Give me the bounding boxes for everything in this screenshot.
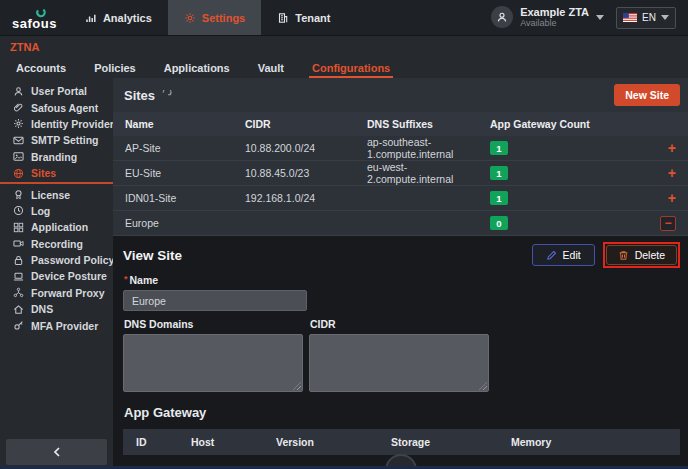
person-icon — [496, 11, 508, 23]
delete-button[interactable]: Delete — [606, 245, 677, 265]
cell-app-gateway-count: 1 — [490, 141, 640, 155]
column-header-cidr: CIDR — [245, 118, 367, 130]
bar-chart-icon — [85, 12, 97, 24]
view-site-actions: Edit Delete — [532, 242, 680, 268]
refresh-button[interactable] — [161, 90, 172, 101]
chevron-down-icon — [596, 15, 604, 20]
language-code: EN — [642, 12, 656, 23]
sidebar-item-mfa-provider[interactable]: MFA Provider — [0, 317, 113, 333]
app-gateway-table-header: ID Host Version Storage Memory — [123, 429, 680, 455]
nav-tenant[interactable]: Tenant — [261, 0, 346, 35]
sidebar-collapse-button[interactable] — [6, 439, 107, 465]
home-icon — [13, 304, 24, 315]
resize-grip-icon[interactable] — [293, 382, 301, 390]
expand-row-button[interactable]: + — [668, 165, 676, 181]
nav-analytics[interactable]: Analytics — [69, 0, 168, 35]
sidebar-item-recording[interactable]: Recording — [0, 236, 113, 252]
sidebar-item-branding[interactable]: Branding — [0, 149, 113, 165]
sidebar-item-license[interactable]: License — [0, 186, 113, 202]
resize-grip-icon[interactable] — [479, 382, 487, 390]
sidebar-item-sites[interactable]: Sites — [0, 165, 113, 181]
tab-vault-label: Vault — [258, 62, 284, 74]
sidebar-item-smtp-setting[interactable]: SMTP Setting — [0, 132, 113, 148]
tab-accounts[interactable]: Accounts — [2, 57, 80, 78]
nav-analytics-label: Analytics — [103, 12, 152, 24]
sidebar-item-application[interactable]: Application — [0, 219, 113, 235]
cell-cidr: 10.88.200.0/24 — [245, 142, 367, 154]
sidebar-item-label: User Portal — [31, 85, 87, 97]
sidebar-item-identity-providers[interactable]: Identity Providers — [0, 116, 113, 132]
sidebar-item-label: MFA Provider — [31, 320, 98, 332]
sidebar-item-label: DNS — [31, 303, 53, 315]
view-site-header: View Site Edit Delete — [123, 241, 680, 269]
refresh-icon — [161, 90, 172, 101]
image-icon — [13, 151, 24, 162]
trash-icon — [618, 250, 629, 261]
gear-icon — [184, 12, 196, 24]
required-marker: * — [124, 274, 128, 284]
edit-button[interactable]: Edit — [532, 244, 595, 266]
table-row-expanded: Europe 0 − — [113, 211, 688, 236]
sidebar-item-dns[interactable]: DNS — [0, 301, 113, 317]
sidebar-item-label: Password Policy — [31, 254, 114, 266]
sidebar: User Portal Safous Agent Identity Provid… — [0, 78, 113, 469]
tab-applications[interactable]: Applications — [150, 57, 244, 78]
sidebar-item-label: Branding — [31, 151, 77, 163]
dns-domains-textarea[interactable] — [123, 334, 303, 392]
lock-icon — [13, 255, 24, 266]
sidebar-item-device-posture[interactable]: Device Posture — [0, 268, 113, 284]
video-camera-icon — [13, 238, 24, 249]
gear-icon — [13, 118, 24, 129]
tab-vault[interactable]: Vault — [244, 57, 298, 78]
account-menu[interactable]: Example ZTA Available — [491, 6, 604, 29]
main-content: Sites New Site Name CIDR DNS Suffixes Ap… — [113, 78, 688, 469]
sidebar-item-safous-agent[interactable]: Safous Agent — [0, 99, 113, 115]
sidebar-item-log[interactable]: Log — [0, 203, 113, 219]
sidebar-item-label: SMTP Setting — [31, 134, 98, 146]
avatar — [491, 6, 513, 28]
pencil-icon — [546, 250, 557, 261]
tab-accounts-label: Accounts — [16, 62, 66, 74]
sites-table-header: Name CIDR DNS Suffixes App Gateway Count — [113, 112, 688, 136]
account-text: Example ZTA Available — [520, 6, 589, 29]
cidr-field: CIDR — [309, 313, 489, 392]
cell-dns-suffixes: eu-west-2.compute.internal — [367, 161, 490, 185]
edit-button-label: Edit — [563, 249, 581, 261]
sidebar-item-user-portal[interactable]: User Portal — [0, 83, 113, 99]
dns-domains-field: DNS Domains — [123, 313, 303, 392]
delete-button-label: Delete — [635, 249, 665, 261]
count-badge: 1 — [490, 191, 508, 205]
sidebar-active-divider — [0, 182, 113, 184]
column-header-memory: Memory — [501, 436, 680, 448]
cidr-label: CIDR — [310, 318, 489, 330]
row-actions: − — [640, 216, 676, 231]
table-row: IDN01-Site 192.168.1.0/24 1 + — [113, 186, 688, 211]
topbar: safous Analytics Settings Tenant Example… — [0, 0, 688, 36]
safous-logo[interactable]: safous — [0, 0, 69, 35]
sidebar-item-forward-proxy[interactable]: Forward Proxy — [0, 285, 113, 301]
app-window: safous Analytics Settings Tenant Example… — [0, 0, 688, 469]
cidr-textarea[interactable] — [309, 334, 489, 392]
language-select[interactable]: EN — [616, 7, 676, 29]
sidebar-item-label: License — [31, 189, 70, 201]
chevron-down-icon — [661, 15, 669, 20]
tab-configurations[interactable]: Configurations — [298, 57, 404, 78]
row-actions: + — [640, 190, 676, 206]
expand-row-button[interactable]: + — [668, 190, 676, 206]
tab-policies-label: Policies — [94, 62, 136, 74]
new-site-button[interactable]: New Site — [614, 84, 680, 106]
certificate-icon — [13, 189, 24, 200]
account-status: Available — [520, 19, 589, 29]
nav-settings[interactable]: Settings — [168, 0, 261, 35]
sidebar-list: User Portal Safous Agent Identity Provid… — [0, 78, 113, 334]
collapse-row-button[interactable]: − — [660, 216, 676, 231]
sites-header: Sites New Site — [113, 78, 688, 112]
name-input[interactable] — [123, 290, 307, 311]
count-badge: 1 — [490, 166, 508, 180]
expand-row-button[interactable]: + — [668, 140, 676, 156]
column-header-id: ID — [126, 436, 181, 448]
cell-dns-suffixes: ap-southeast-1.compute.internal — [367, 136, 490, 160]
cell-name: EU-Site — [125, 167, 245, 179]
tab-policies[interactable]: Policies — [80, 57, 150, 78]
sidebar-item-password-policy[interactable]: Password Policy — [0, 252, 113, 268]
